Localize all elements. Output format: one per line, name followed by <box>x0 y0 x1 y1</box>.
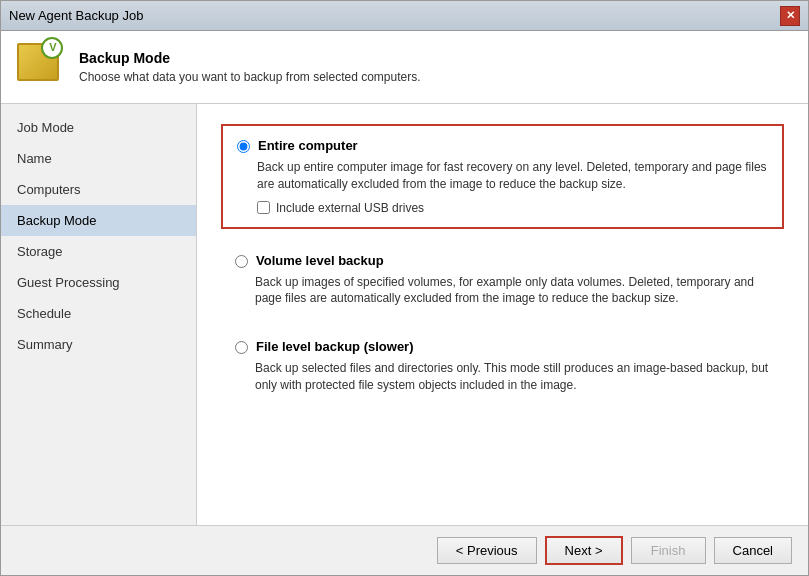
header-description: Choose what data you want to backup from… <box>79 70 421 84</box>
previous-button[interactable]: < Previous <box>437 537 537 564</box>
option-entire-computer-label: Entire computer <box>237 138 768 153</box>
footer: < Previous Next > Finish Cancel <box>1 525 808 575</box>
option-file-label: File level backup (slower) <box>235 339 770 354</box>
next-button[interactable]: Next > <box>545 536 623 565</box>
icon-box: V <box>17 43 59 81</box>
header-title: Backup Mode <box>79 50 421 66</box>
content-area: Job Mode Name Computers Backup Mode Stor… <box>1 104 808 525</box>
main-window: New Agent Backup Job ✕ V Backup Mode Cho… <box>0 0 809 576</box>
file-backup-title: File level backup (slower) <box>256 339 414 354</box>
sidebar-item-schedule[interactable]: Schedule <box>1 298 196 329</box>
radio-volume-backup[interactable] <box>235 255 248 268</box>
sidebar-item-computers[interactable]: Computers <box>1 174 196 205</box>
radio-file-backup[interactable] <box>235 341 248 354</box>
option-file-backup: File level backup (slower) Back up selec… <box>221 329 784 404</box>
header-icon: V <box>17 43 65 91</box>
entire-computer-desc: Back up entire computer image for fast r… <box>257 159 768 193</box>
file-backup-desc: Back up selected files and directories o… <box>255 360 770 394</box>
usb-drives-checkbox[interactable] <box>257 201 270 214</box>
sidebar: Job Mode Name Computers Backup Mode Stor… <box>1 104 197 525</box>
main-content: Entire computer Back up entire computer … <box>197 104 808 525</box>
radio-entire-computer[interactable] <box>237 140 250 153</box>
sidebar-item-backup-mode[interactable]: Backup Mode <box>1 205 196 236</box>
usb-checkbox-row: Include external USB drives <box>257 201 768 215</box>
sidebar-item-guest-processing[interactable]: Guest Processing <box>1 267 196 298</box>
title-bar: New Agent Backup Job ✕ <box>1 1 808 31</box>
option-entire-computer: Entire computer Back up entire computer … <box>221 124 784 229</box>
sidebar-item-storage[interactable]: Storage <box>1 236 196 267</box>
close-button[interactable]: ✕ <box>780 6 800 26</box>
window-title: New Agent Backup Job <box>9 8 143 23</box>
sidebar-item-name[interactable]: Name <box>1 143 196 174</box>
option-volume-backup: Volume level backup Back up images of sp… <box>221 243 784 318</box>
cancel-button[interactable]: Cancel <box>714 537 792 564</box>
option-volume-label: Volume level backup <box>235 253 770 268</box>
header-text: Backup Mode Choose what data you want to… <box>79 50 421 84</box>
usb-drives-label: Include external USB drives <box>276 201 424 215</box>
finish-button[interactable]: Finish <box>631 537 706 564</box>
sidebar-item-job-mode[interactable]: Job Mode <box>1 112 196 143</box>
volume-backup-desc: Back up images of specified volumes, for… <box>255 274 770 308</box>
entire-computer-title: Entire computer <box>258 138 358 153</box>
volume-backup-title: Volume level backup <box>256 253 384 268</box>
sidebar-item-summary[interactable]: Summary <box>1 329 196 360</box>
header: V Backup Mode Choose what data you want … <box>1 31 808 104</box>
icon-v-letter: V <box>44 38 62 56</box>
